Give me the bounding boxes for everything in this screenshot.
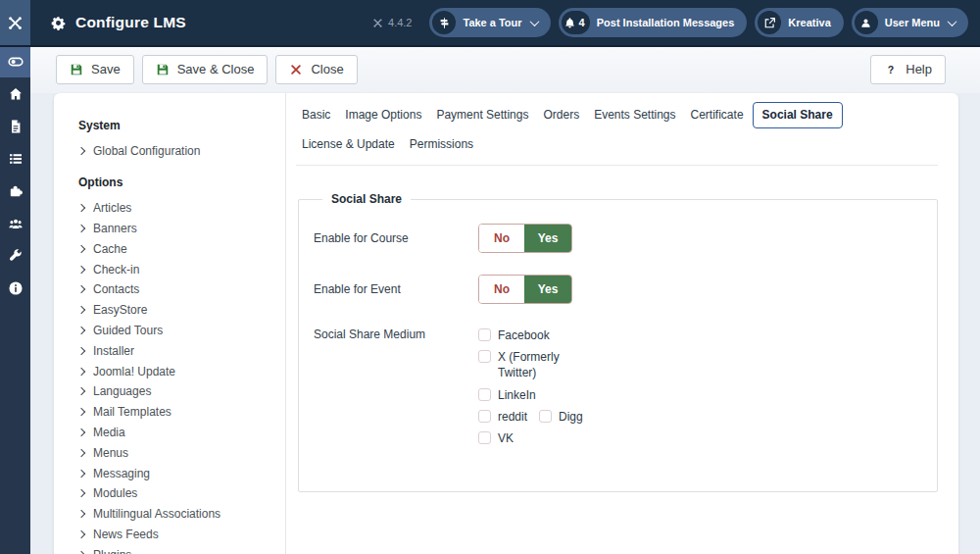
sidebar-item-menus[interactable]: Menus xyxy=(78,442,285,463)
nav-list[interactable] xyxy=(0,142,30,175)
checkbox-box[interactable] xyxy=(478,410,491,423)
sidebar-item-label: Mail Templates xyxy=(93,405,172,419)
header-pill-take-a-tour[interactable]: Take a Tour xyxy=(429,8,550,37)
page-title: Configure LMS xyxy=(75,14,186,31)
toggle-yes-option[interactable]: Yes xyxy=(524,276,571,303)
checkbox-label: Facebook xyxy=(498,327,550,343)
toggle-yes-option[interactable]: Yes xyxy=(524,225,571,252)
main-panel: BasicImage OptionsPayment SettingsOrders… xyxy=(286,93,958,554)
sidebar-item-messaging[interactable]: Messaging xyxy=(78,463,285,483)
sidebar-item-plugins[interactable]: Plugins xyxy=(78,544,285,554)
tab-social-share[interactable]: Social Share xyxy=(753,102,843,128)
tab-payment-settings[interactable]: Payment Settings xyxy=(430,102,534,128)
checkbox-row: Facebook xyxy=(478,327,917,343)
sidebar-item-media[interactable]: Media xyxy=(78,423,285,443)
chevron-right-icon xyxy=(77,285,85,293)
checkbox-box[interactable] xyxy=(539,410,552,423)
nav-info[interactable] xyxy=(0,272,30,304)
nav-file[interactable] xyxy=(0,110,30,142)
social-share-medium-row: Social Share Medium FacebookX (Formerly … xyxy=(314,326,917,452)
checkbox-label: LinkeIn xyxy=(498,387,536,403)
enable-for-event-row: Enable for Event No Yes xyxy=(314,275,917,304)
header-pill-post-installation-messages[interactable]: 4Post Installation Messages xyxy=(559,8,748,37)
chevron-right-icon xyxy=(77,510,85,518)
puzzle-icon xyxy=(8,183,24,199)
sidebar-item-guided-tours[interactable]: Guided Tours xyxy=(78,321,285,341)
checkbox-reddit[interactable]: reddit xyxy=(478,409,527,425)
sidebar-item-label: Languages xyxy=(93,384,151,398)
save-button[interactable]: Save xyxy=(56,55,134,84)
field-label: Enable for Event xyxy=(314,275,478,296)
chevron-right-icon xyxy=(77,489,85,497)
nav-users[interactable] xyxy=(0,207,30,239)
sidebar-item-mail-templates[interactable]: Mail Templates xyxy=(78,402,285,423)
chevron-down-icon xyxy=(948,17,957,26)
checkbox-linkein[interactable]: LinkeIn xyxy=(478,387,536,403)
chevron-right-icon xyxy=(77,147,85,155)
toggle-no-option[interactable]: No xyxy=(479,276,524,303)
checkbox-row: redditDigg xyxy=(478,409,917,425)
chevron-right-icon xyxy=(77,449,85,457)
checkbox-vk[interactable]: VK xyxy=(478,430,514,446)
chevron-right-icon xyxy=(77,408,85,416)
header-pill-kreativa[interactable]: Kreativa xyxy=(755,8,843,37)
sidebar-item-label: Cache xyxy=(93,242,127,256)
joomla-logo-tile[interactable] xyxy=(0,0,30,45)
sidebar-item-easystore[interactable]: EasyStore xyxy=(78,300,285,321)
sidebar-item-check-in[interactable]: Check-in xyxy=(78,259,285,279)
checkbox-box[interactable] xyxy=(478,431,491,444)
checkbox-digg[interactable]: Digg xyxy=(539,409,583,425)
sidebar-item-banners[interactable]: Banners xyxy=(78,219,285,239)
sidebar-item-label: Plugins xyxy=(93,548,131,554)
checkbox-box[interactable] xyxy=(478,328,491,341)
tab-events-settings[interactable]: Events Settings xyxy=(588,102,681,128)
chevron-right-icon xyxy=(77,367,85,375)
chevron-right-icon xyxy=(77,469,85,477)
checkbox-facebook[interactable]: Facebook xyxy=(478,327,550,343)
tab-permissions[interactable]: Permissions xyxy=(404,131,479,158)
sidebar-item-label: Banners xyxy=(93,222,137,235)
chevron-right-icon xyxy=(77,530,85,538)
home-icon xyxy=(8,86,24,102)
save-and-close-button[interactable]: Save & Close xyxy=(142,55,269,84)
sidebar-item-modules[interactable]: Modules xyxy=(78,483,285,504)
close-button[interactable]: Close xyxy=(275,55,357,84)
file-icon xyxy=(8,119,24,134)
signpost-icon xyxy=(432,11,456,34)
sidebar-item-news-feeds[interactable]: News Feeds xyxy=(78,525,285,545)
sidebar-item-label: Contacts xyxy=(93,282,139,296)
badge-count: 4 xyxy=(579,17,588,28)
sidebar-item-global-configuration[interactable]: Global Configuration xyxy=(78,141,285,162)
nav-home[interactable] xyxy=(0,77,30,110)
header-pills: Take a Tour4Post Installation MessagesKr… xyxy=(429,8,968,37)
tab-basic[interactable]: Basic xyxy=(296,102,336,128)
checkbox-row: LinkeIn xyxy=(478,387,917,403)
tab-certificate[interactable]: Certificate xyxy=(685,102,750,128)
sidebar-item-joomla-update[interactable]: Joomla! Update xyxy=(78,361,285,381)
question-icon: ? xyxy=(884,63,898,76)
tab-orders[interactable]: Orders xyxy=(537,102,585,128)
sidebar-item-label: News Feeds xyxy=(93,528,159,541)
sidebar-item-multilingual-associations[interactable]: Multilingual Associations xyxy=(78,504,285,525)
tab-image-options[interactable]: Image Options xyxy=(339,102,427,128)
workspace: Save Save & Close Close ? Help SystemGlo… xyxy=(30,45,980,554)
sidebar-item-articles[interactable]: Articles xyxy=(78,198,285,219)
toggle-no-option[interactable]: No xyxy=(479,225,524,252)
sidebar-item-cache[interactable]: Cache xyxy=(78,238,285,259)
nav-toggle-menu[interactable] xyxy=(0,45,30,77)
toggle-menu-icon xyxy=(8,54,24,70)
chevron-right-icon xyxy=(77,204,85,212)
sidebar-item-languages[interactable]: Languages xyxy=(78,381,285,402)
header-pill-user-menu[interactable]: User Menu xyxy=(852,8,968,37)
sidebar-item-installer[interactable]: Installer xyxy=(78,340,285,361)
sidebar-item-contacts[interactable]: Contacts xyxy=(78,279,285,300)
checkbox-box[interactable] xyxy=(478,388,491,401)
tab-license-update[interactable]: License & Update xyxy=(296,131,401,158)
sidebar-section-system: System xyxy=(78,119,285,132)
checkbox-row: VK xyxy=(478,430,917,446)
checkbox-x-formerly-twitter[interactable]: X (Formerly Twitter) xyxy=(478,349,576,380)
checkbox-box[interactable] xyxy=(478,350,491,363)
nav-wrench[interactable] xyxy=(0,239,30,272)
nav-puzzle[interactable] xyxy=(0,175,30,207)
help-button[interactable]: ? Help xyxy=(870,55,946,84)
